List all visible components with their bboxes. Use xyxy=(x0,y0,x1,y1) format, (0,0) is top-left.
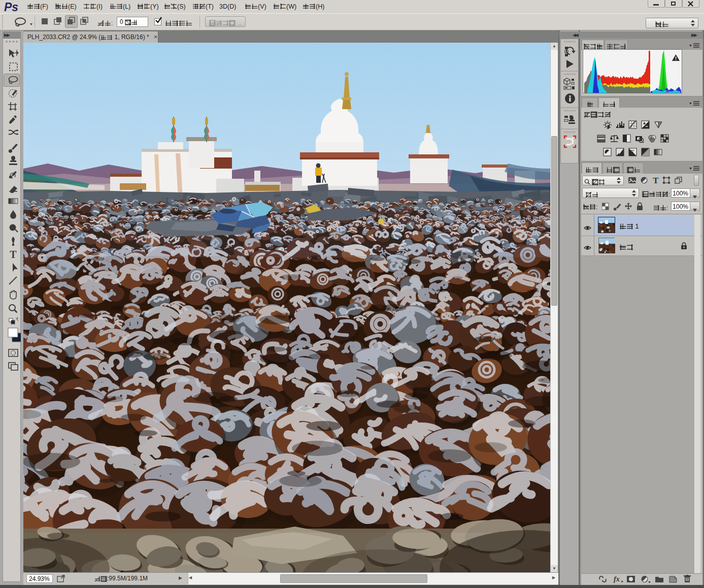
svg-text:T: T xyxy=(10,249,17,260)
svg-text:fx: fx xyxy=(614,575,620,583)
svg-text:T: T xyxy=(653,176,659,185)
